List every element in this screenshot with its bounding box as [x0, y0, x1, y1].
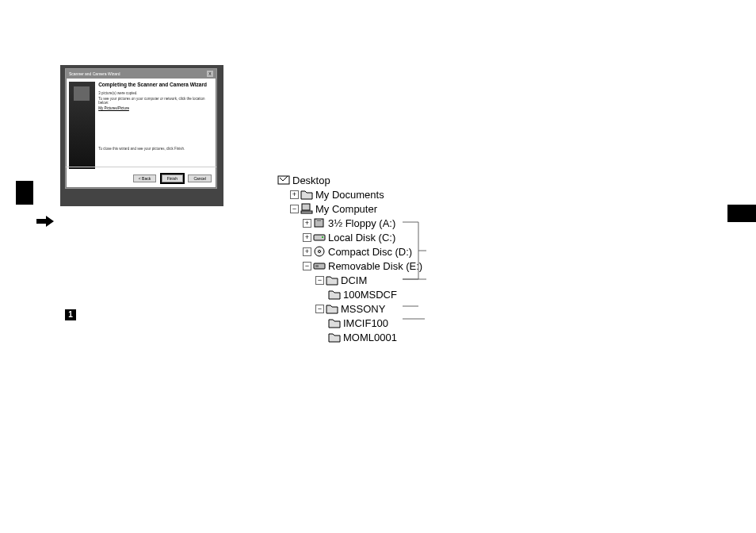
- left-accent-block: [16, 181, 33, 205]
- wizard-footer-note: To close this wizard and see your pictur…: [98, 147, 213, 151]
- tree-node-floppy[interactable]: + 3½ Floppy (A:): [277, 216, 422, 230]
- wizard-side-graphic: [69, 82, 95, 169]
- svg-marker-1: [46, 216, 54, 227]
- close-icon[interactable]: X: [207, 71, 213, 77]
- right-accent-tab: [727, 205, 756, 222]
- tree-node-dcim[interactable]: − DCIM: [277, 273, 422, 287]
- tree-label: My Documents: [315, 189, 384, 201]
- svg-marker-17: [329, 320, 340, 328]
- tree-node-100msdcf[interactable]: 100MSDCF: [277, 287, 422, 301]
- tree-node-cd[interactable]: + Compact Disc (D:): [277, 244, 422, 259]
- floppy-icon: [313, 217, 326, 228]
- svg-rect-0: [36, 219, 46, 224]
- tree-node-my-computer[interactable]: − My Computer: [277, 201, 422, 216]
- tree-label: MSSONY: [341, 303, 385, 315]
- collapse-icon[interactable]: −: [315, 305, 324, 313]
- tree-label: My Computer: [315, 203, 377, 215]
- tree-node-desktop[interactable]: Desktop: [277, 173, 422, 187]
- tree-node-my-documents[interactable]: + My Documents: [277, 187, 422, 201]
- folder-icon: [328, 317, 341, 328]
- tree-label: Local Disk (C:): [328, 232, 395, 243]
- svg-rect-5: [301, 211, 312, 213]
- step-number-badge: 1: [65, 309, 76, 320]
- expand-icon[interactable]: +: [303, 219, 311, 228]
- tree-node-mssony[interactable]: − MSSONY: [277, 301, 422, 316]
- folder-icon: [300, 189, 313, 200]
- collapse-icon[interactable]: −: [315, 276, 324, 285]
- tree-node-imcif100[interactable]: IMCIF100: [277, 316, 422, 330]
- wizard-heading: Completing the Scanner and Camera Wizard: [98, 82, 213, 88]
- back-button[interactable]: < Back: [133, 174, 156, 182]
- tree-node-local-disk[interactable]: + Local Disk (C:): [277, 230, 422, 244]
- tree-node-removable[interactable]: − Removable Disk (E:): [277, 259, 422, 273]
- arrow-icon: [36, 216, 54, 230]
- folder-icon: [326, 303, 338, 314]
- computer-icon: [300, 203, 313, 214]
- tree-label: 100MSDCF: [343, 289, 397, 301]
- camera-icon: [74, 86, 90, 101]
- desktop-icon: [277, 174, 290, 186]
- svg-point-9: [322, 236, 323, 238]
- finish-button[interactable]: Finish: [162, 174, 183, 182]
- expand-icon[interactable]: +: [303, 247, 311, 256]
- folder-icon: [326, 274, 338, 286]
- wizard-title-text: Scanner and Camera Wizard: [69, 71, 120, 76]
- svg-rect-8: [314, 235, 325, 240]
- removable-disk-icon: [313, 260, 326, 271]
- callout-brackets: [403, 213, 434, 332]
- tree-label: 3½ Floppy (A:): [328, 217, 395, 229]
- expand-icon[interactable]: +: [303, 233, 311, 242]
- svg-marker-18: [329, 334, 340, 342]
- svg-rect-7: [317, 219, 321, 221]
- tree-node-moml0001[interactable]: MOML0001: [277, 330, 422, 344]
- tree-label: IMCIF100: [343, 317, 388, 329]
- wizard-link[interactable]: My Pictures/Picture: [98, 106, 129, 110]
- collapse-icon[interactable]: −: [290, 205, 299, 213]
- svg-rect-13: [315, 265, 319, 267]
- folder-tree: Desktop + My Documents − My Computer + 3…: [277, 173, 422, 344]
- tree-label: Desktop: [292, 174, 330, 186]
- svg-rect-4: [302, 204, 310, 210]
- svg-marker-3: [301, 191, 312, 199]
- expand-icon[interactable]: +: [290, 190, 299, 199]
- cancel-button[interactable]: Cancel: [188, 174, 212, 182]
- svg-marker-16: [326, 305, 338, 313]
- svg-point-11: [319, 251, 321, 253]
- wizard-titlebar: Scanner and Camera Wizard X: [66, 69, 216, 79]
- wizard-instruction: To see your pictures on your computer or…: [98, 97, 213, 105]
- folder-icon: [328, 289, 341, 300]
- tree-label: MOML0001: [343, 332, 397, 343]
- cd-icon: [313, 246, 326, 257]
- disk-icon: [313, 232, 326, 243]
- wizard-copied-count: 3 picture(s) were copied.: [98, 91, 213, 95]
- folder-icon: [328, 332, 341, 343]
- svg-marker-14: [326, 277, 338, 285]
- tree-label: DCIM: [341, 274, 367, 286]
- tree-label: Compact Disc (D:): [328, 246, 412, 258]
- collapse-icon[interactable]: −: [303, 262, 311, 270]
- wizard-dialog: Scanner and Camera Wizard X Completing t…: [65, 68, 217, 189]
- svg-marker-15: [329, 291, 340, 299]
